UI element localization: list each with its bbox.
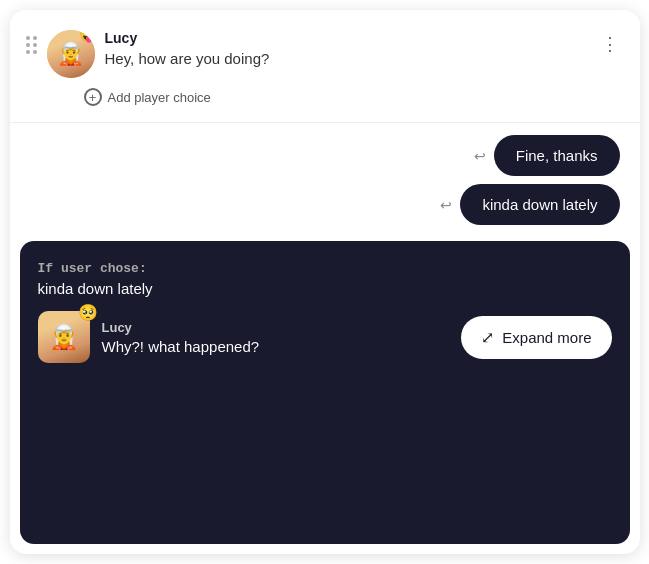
expand-icon: ⤢ bbox=[481, 328, 494, 347]
expand-label: Expand more bbox=[502, 329, 591, 346]
choice-bubble-2[interactable]: kinda down lately bbox=[460, 184, 619, 225]
bottom-section: If user chose: kinda down lately 🧝 🥺 Luc… bbox=[20, 241, 630, 544]
condition-label: If user chose: bbox=[38, 261, 612, 276]
choice-bubble-1[interactable]: Fine, thanks bbox=[494, 135, 620, 176]
response-content: Lucy Why?! what happened? bbox=[102, 320, 450, 355]
reply-arrow-1: ↩ bbox=[474, 148, 486, 164]
more-options-button[interactable]: ⋮ bbox=[596, 30, 624, 58]
response-avatar-emoji: 🥺 bbox=[78, 303, 98, 322]
drag-handle[interactable] bbox=[26, 30, 37, 54]
more-icon: ⋮ bbox=[601, 33, 619, 55]
message-row: 🧝 😜 Lucy Hey, how are you doing? ⋮ bbox=[26, 30, 624, 78]
divider bbox=[10, 122, 640, 123]
choices-section: ↩ Fine, thanks ↩ kinda down lately bbox=[10, 127, 640, 241]
add-player-label: Add player choice bbox=[108, 90, 211, 105]
expand-button[interactable]: ⤢ Expand more bbox=[461, 316, 611, 359]
add-player-row[interactable]: + Add player choice bbox=[84, 88, 624, 106]
choice-item-1: ↩ Fine, thanks bbox=[474, 135, 620, 176]
message-text: Hey, how are you doing? bbox=[105, 50, 586, 67]
condition-block: If user chose: kinda down lately bbox=[38, 261, 612, 297]
response-row: 🧝 🥺 Lucy Why?! what happened? ⤢ Expand m… bbox=[38, 311, 612, 363]
main-card: 🧝 😜 Lucy Hey, how are you doing? ⋮ + Add… bbox=[10, 10, 640, 554]
avatar: 🧝 😜 bbox=[47, 30, 95, 78]
speaker-name: Lucy bbox=[105, 30, 586, 46]
response-speaker-name: Lucy bbox=[102, 320, 450, 335]
reply-arrow-2: ↩ bbox=[440, 197, 452, 213]
add-icon: + bbox=[84, 88, 102, 106]
avatar-emoji: 😜 bbox=[79, 30, 95, 42]
top-section: 🧝 😜 Lucy Hey, how are you doing? ⋮ + Add… bbox=[10, 10, 640, 122]
condition-value: kinda down lately bbox=[38, 280, 612, 297]
message-block: Lucy Hey, how are you doing? bbox=[105, 30, 586, 67]
response-text: Why?! what happened? bbox=[102, 338, 450, 355]
choice-item-2: ↩ kinda down lately bbox=[440, 184, 619, 225]
response-avatar: 🧝 🥺 bbox=[38, 311, 90, 363]
